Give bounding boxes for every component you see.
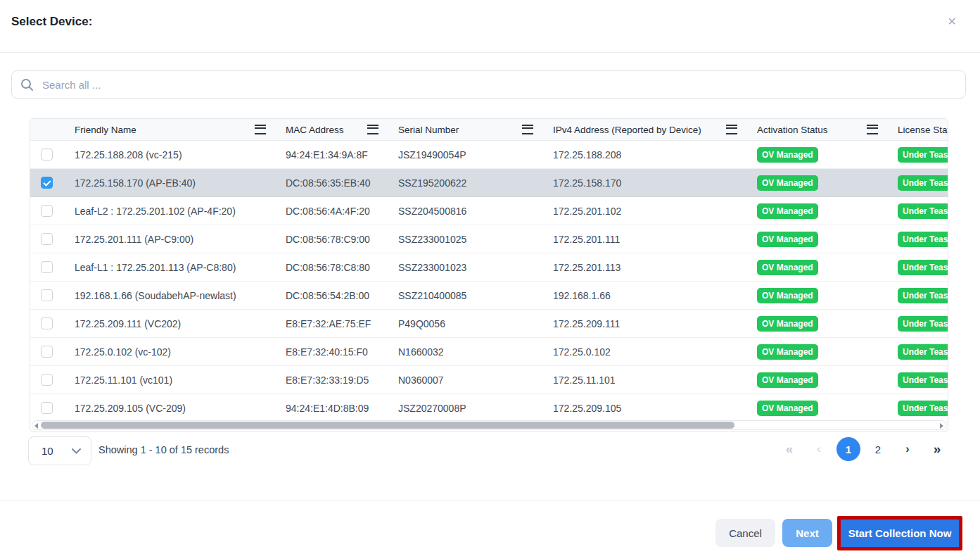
column-menu-icon[interactable] [726, 125, 737, 134]
cell-mac-address: 94:24:E1:34:9A:8F [286, 149, 398, 160]
activation-status-badge: OV Managed [757, 372, 818, 388]
table-row[interactable]: 172.25.209.105 (VC-209) 94:24:E1:4D:8B:0… [30, 394, 948, 422]
license-status-badge: Under Teaser [898, 203, 948, 219]
table-row[interactable]: Leaf-L2 : 172.25.201.102 (AP-4F:20) DC:0… [30, 197, 948, 225]
page-title: Select Device: [11, 15, 92, 29]
header-mac-address[interactable]: MAC Address [286, 119, 398, 140]
row-checkbox[interactable] [41, 317, 53, 329]
table-row[interactable]: 172.25.201.111 (AP-C9:00) DC:08:56:78:C9… [30, 225, 948, 253]
table-row[interactable]: 192.168.1.66 (SoudabehAP-newlast) DC:08:… [30, 282, 948, 310]
cell-serial-number: SSZ195200622 [398, 177, 553, 189]
cell-serial-number: JSZ20270008P [398, 403, 553, 414]
header-license-status[interactable]: License Status [898, 119, 948, 140]
scroll-left-arrow-icon[interactable] [34, 423, 38, 429]
column-menu-icon[interactable] [522, 125, 533, 134]
cell-serial-number: SSZ233001023 [398, 262, 553, 273]
license-status-badge: Under Teaser [898, 316, 948, 332]
row-checkbox[interactable] [41, 205, 53, 217]
pagination-last-button[interactable]: » [925, 437, 949, 461]
table-row[interactable]: 172.25.11.101 (vc101) E8:E7:32:33:19:D5 … [30, 366, 948, 394]
cell-ipv4-address: 172.25.201.113 [553, 262, 757, 273]
cell-friendly-name: 172.25.201.111 (AP-C9:00) [75, 234, 286, 245]
cell-ipv4-address: 172.25.11.101 [553, 374, 757, 386]
cell-mac-address: DC:08:56:78:C8:80 [286, 262, 398, 273]
close-icon[interactable]: × [943, 13, 960, 30]
cell-mac-address: DC:08:56:54:2B:00 [286, 290, 398, 301]
row-checkbox[interactable] [41, 346, 53, 358]
cell-serial-number: SSZ204500816 [398, 206, 553, 217]
row-checkbox[interactable] [41, 261, 53, 273]
scrollbar-thumb[interactable] [41, 422, 734, 429]
search-input[interactable] [41, 78, 957, 92]
cell-ipv4-address: 172.25.158.170 [553, 177, 757, 189]
table-row[interactable]: 172.25.188.208 (vc-215) 94:24:E1:34:9A:8… [30, 141, 948, 169]
table-row[interactable]: 172.25.209.111 (VC202) E8:E7:32:AE:75:EF… [30, 310, 948, 338]
header-activation-status[interactable]: Activation Status [757, 119, 898, 140]
cell-serial-number: N0360007 [398, 374, 553, 386]
pagination-page-2[interactable]: 2 [866, 437, 890, 461]
row-checkbox[interactable] [41, 374, 53, 386]
table-header-row: Friendly Name MAC Address Serial Number … [30, 119, 948, 141]
column-menu-icon[interactable] [867, 125, 878, 134]
cell-friendly-name: 172.25.158.170 (AP-EB:40) [75, 177, 286, 189]
table-row-selected[interactable]: 172.25.158.170 (AP-EB:40) DC:08:56:35:EB… [30, 169, 948, 197]
activation-status-badge: OV Managed [757, 316, 818, 332]
header-ipv4-address[interactable]: IPv4 Address (Reported by Device) [553, 119, 757, 140]
license-status-badge: Under Teaser [898, 372, 948, 388]
column-menu-icon[interactable] [255, 125, 266, 134]
activation-status-badge: OV Managed [757, 401, 818, 416]
table-row[interactable]: Leaf-L1 : 172.25.201.113 (AP-C8:80) DC:0… [30, 253, 948, 282]
row-checkbox-checked[interactable] [41, 177, 53, 189]
device-table: Friendly Name MAC Address Serial Number … [30, 118, 948, 432]
pagination: « ‹ 1 2 › » [777, 436, 949, 462]
cell-serial-number: P49Q0056 [398, 318, 553, 329]
cell-mac-address: E8:E7:32:40:15:F0 [286, 346, 398, 358]
cell-serial-number: SSZ210400085 [398, 290, 553, 301]
cell-friendly-name: 172.25.188.208 (vc-215) [75, 149, 286, 160]
cell-ipv4-address: 172.25.201.111 [553, 234, 757, 245]
cell-friendly-name: 172.25.209.111 (VC202) [75, 318, 286, 329]
pagination-first-button[interactable]: « [777, 437, 801, 461]
page-size-select[interactable]: 10 [28, 436, 91, 465]
activation-status-badge: OV Managed [757, 260, 818, 275]
next-button[interactable]: Next [782, 519, 832, 547]
row-checkbox[interactable] [41, 149, 53, 160]
start-collection-now-button[interactable]: Start Collection Now [841, 520, 959, 547]
cell-friendly-name: 192.168.1.66 (SoudabehAP-newlast) [75, 290, 286, 301]
activation-status-badge: OV Managed [757, 175, 818, 191]
cell-friendly-name: 172.25.209.105 (VC-209) [75, 403, 286, 414]
activation-status-badge: OV Managed [757, 203, 818, 219]
scroll-right-arrow-icon[interactable] [940, 423, 943, 429]
cell-serial-number: N1660032 [398, 346, 553, 358]
license-status-badge: Under Teaser [898, 175, 948, 191]
activation-status-badge: OV Managed [757, 344, 818, 360]
header-friendly-name[interactable]: Friendly Name [75, 119, 286, 140]
license-status-badge: Under Teaser [898, 260, 948, 275]
cell-serial-number: SSZ233001025 [398, 234, 553, 245]
table-row[interactable]: 172.25.0.102 (vc-102) E8:E7:32:40:15:F0 … [30, 338, 948, 366]
license-status-badge: Under Teaser [898, 401, 948, 416]
cell-friendly-name: 172.25.11.101 (vc101) [75, 374, 286, 386]
cell-mac-address: DC:08:56:78:C9:00 [286, 234, 398, 245]
search-bar [11, 70, 966, 99]
pagination-next-button[interactable]: › [896, 437, 919, 461]
horizontal-scrollbar[interactable] [32, 420, 946, 430]
license-status-badge: Under Teaser [898, 344, 948, 360]
cell-ipv4-address: 172.25.0.102 [553, 346, 757, 358]
cell-ipv4-address: 172.25.209.111 [553, 318, 757, 329]
actions-divider [0, 501, 980, 501]
cell-mac-address: DC:08:56:4A:4F:20 [286, 206, 398, 217]
column-menu-icon[interactable] [367, 125, 378, 134]
cancel-button[interactable]: Cancel [715, 519, 775, 547]
pagination-prev-button[interactable]: ‹ [807, 437, 831, 461]
row-checkbox[interactable] [41, 233, 53, 245]
cell-ipv4-address: 192.168.1.66 [553, 290, 757, 301]
pagination-page-1[interactable]: 1 [836, 437, 860, 461]
row-checkbox[interactable] [41, 402, 53, 414]
license-status-badge: Under Teaser [898, 147, 948, 163]
header-serial-number[interactable]: Serial Number [398, 119, 553, 140]
cell-ipv4-address: 172.25.188.208 [553, 149, 757, 160]
activation-status-badge: OV Managed [757, 232, 818, 247]
cell-mac-address: E8:E7:32:33:19:D5 [286, 374, 398, 386]
row-checkbox[interactable] [41, 289, 53, 301]
